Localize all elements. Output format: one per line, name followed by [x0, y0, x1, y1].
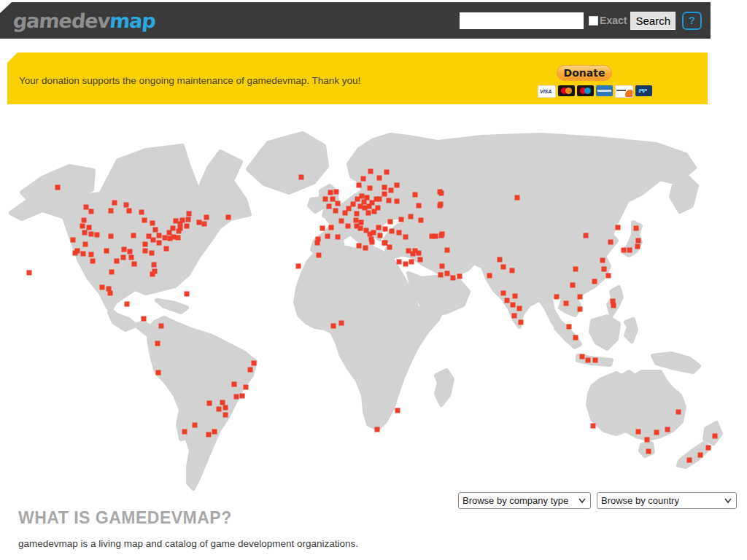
map-marker[interactable]: [388, 219, 393, 225]
map-marker[interactable]: [634, 226, 639, 231]
map-marker[interactable]: [570, 283, 576, 288]
map-marker[interactable]: [513, 294, 518, 299]
map-marker[interactable]: [128, 249, 133, 254]
map-marker[interactable]: [387, 245, 392, 250]
map-marker[interactable]: [584, 233, 589, 238]
map-marker[interactable]: [665, 427, 670, 432]
map-marker[interactable]: [159, 324, 164, 329]
map-marker[interactable]: [155, 341, 160, 346]
map-marker[interactable]: [95, 233, 100, 238]
map-marker[interactable]: [406, 249, 411, 254]
map-marker[interactable]: [346, 224, 351, 229]
map-marker[interactable]: [498, 257, 503, 262]
map-marker[interactable]: [445, 248, 450, 253]
map-marker[interactable]: [323, 197, 328, 202]
map-marker[interactable]: [122, 247, 127, 252]
map-marker[interactable]: [27, 271, 32, 276]
map-marker[interactable]: [115, 259, 120, 264]
map-marker[interactable]: [315, 241, 320, 246]
map-marker[interactable]: [82, 230, 88, 236]
map-marker[interactable]: [244, 385, 249, 390]
map-marker[interactable]: [417, 203, 422, 209]
map-marker[interactable]: [104, 249, 109, 254]
map-marker[interactable]: [635, 244, 640, 249]
map-marker[interactable]: [578, 295, 583, 300]
map-marker[interactable]: [439, 191, 444, 196]
map-marker[interactable]: [372, 209, 377, 214]
site-logo[interactable]: gamedevmap: [12, 11, 156, 31]
map-marker[interactable]: [409, 260, 414, 265]
map-marker[interactable]: [164, 246, 169, 252]
map-marker[interactable]: [55, 185, 61, 190]
map-marker[interactable]: [383, 227, 388, 232]
map-marker[interactable]: [413, 249, 418, 254]
map-marker[interactable]: [197, 220, 202, 225]
map-marker[interactable]: [80, 224, 85, 229]
map-marker[interactable]: [223, 413, 228, 418]
map-marker[interactable]: [212, 429, 217, 435]
map-marker[interactable]: [654, 430, 659, 435]
map-marker[interactable]: [152, 262, 157, 268]
map-marker[interactable]: [347, 206, 352, 211]
map-marker[interactable]: [248, 368, 253, 373]
map-marker[interactable]: [362, 200, 367, 205]
map-marker[interactable]: [413, 192, 418, 198]
map-marker[interactable]: [676, 410, 681, 415]
map-marker[interactable]: [109, 234, 114, 239]
map-marker[interactable]: [320, 226, 325, 231]
map-marker[interactable]: [646, 449, 651, 454]
map-marker[interactable]: [363, 206, 368, 211]
map-marker[interactable]: [395, 199, 400, 204]
map-marker[interactable]: [142, 316, 147, 322]
map-marker[interactable]: [89, 252, 94, 257]
map-marker[interactable]: [107, 287, 112, 292]
map-marker[interactable]: [83, 242, 88, 247]
map-marker[interactable]: [409, 214, 414, 219]
map-marker[interactable]: [331, 324, 336, 329]
map-marker[interactable]: [89, 209, 94, 214]
map-marker[interactable]: [370, 201, 375, 206]
map-marker[interactable]: [296, 264, 301, 269]
map-marker[interactable]: [174, 219, 179, 224]
map-marker[interactable]: [150, 251, 155, 256]
map-marker[interactable]: [397, 260, 402, 265]
map-marker[interactable]: [232, 382, 237, 387]
map-marker[interactable]: [383, 241, 388, 246]
map-marker[interactable]: [125, 302, 130, 307]
map-marker[interactable]: [419, 218, 424, 223]
map-marker[interactable]: [363, 246, 368, 251]
map-marker[interactable]: [645, 438, 650, 443]
map-marker[interactable]: [592, 279, 597, 284]
map-marker[interactable]: [382, 185, 387, 190]
map-marker[interactable]: [399, 217, 404, 222]
map-marker[interactable]: [365, 195, 370, 201]
map-marker[interactable]: [440, 264, 445, 269]
map-marker[interactable]: [512, 314, 517, 319]
map-marker[interactable]: [517, 306, 522, 311]
map-marker[interactable]: [351, 202, 356, 207]
map-marker[interactable]: [220, 400, 225, 405]
map-marker[interactable]: [403, 262, 409, 267]
map-marker[interactable]: [611, 303, 616, 308]
map-marker[interactable]: [384, 170, 390, 175]
map-marker[interactable]: [202, 222, 207, 227]
map-marker[interactable]: [143, 249, 148, 254]
browse-country-select[interactable]: Browse by country: [597, 492, 737, 509]
map-marker[interactable]: [593, 358, 598, 363]
map-marker[interactable]: [438, 273, 444, 278]
exact-checkbox[interactable]: [589, 16, 598, 26]
map-marker[interactable]: [124, 203, 129, 208]
map-marker[interactable]: [143, 242, 148, 247]
map-marker[interactable]: [567, 324, 572, 330]
map-marker[interactable]: [150, 221, 155, 226]
map-marker[interactable]: [234, 394, 239, 400]
map-marker[interactable]: [87, 225, 92, 230]
map-marker[interactable]: [171, 235, 177, 240]
map-marker[interactable]: [439, 233, 444, 238]
map-marker[interactable]: [317, 253, 322, 258]
map-marker[interactable]: [82, 218, 87, 223]
map-marker[interactable]: [573, 335, 578, 341]
map-marker[interactable]: [182, 429, 187, 435]
map-marker[interactable]: [355, 211, 360, 217]
map-marker[interactable]: [185, 224, 190, 229]
